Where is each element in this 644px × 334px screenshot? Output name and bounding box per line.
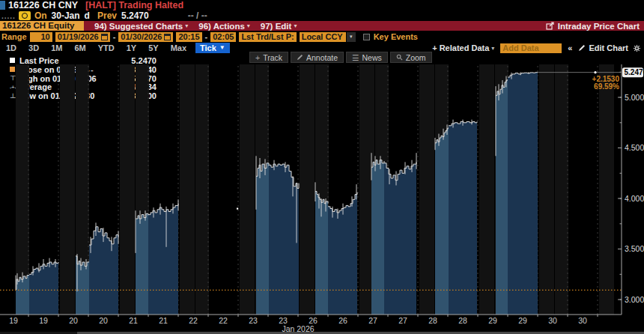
chevron-down-icon: ▾ bbox=[185, 22, 188, 29]
start-time-input[interactable]: 20:15 bbox=[176, 32, 201, 42]
end-date-input[interactable]: 01/30/2026 bbox=[118, 32, 173, 42]
news-button[interactable]: ☰ News bbox=[346, 52, 388, 63]
currency-dropdown-icon[interactable]: ▾ bbox=[347, 32, 356, 42]
chevron-down-icon: ▾ bbox=[491, 45, 494, 52]
svg-text:21: 21 bbox=[159, 316, 168, 325]
security-search-box[interactable]: 161226 CH Equity bbox=[0, 21, 84, 31]
tab-tick[interactable]: Tick▼ bbox=[195, 43, 230, 53]
svg-text:28: 28 bbox=[458, 316, 467, 325]
quote-subtitle-bar: ..... On 30-Jan d Prev 5.2470 -- / -- bbox=[0, 10, 644, 21]
tab-5y[interactable]: 5Y bbox=[142, 43, 164, 52]
currency-select[interactable]: Local CCY bbox=[300, 32, 346, 42]
range-label: Range bbox=[1, 32, 27, 41]
collapse-panel-button[interactable]: « bbox=[568, 43, 572, 52]
svg-text:4.0000: 4.0000 bbox=[625, 194, 644, 203]
svg-text:26: 26 bbox=[338, 316, 347, 325]
tab-3d[interactable]: 3D bbox=[22, 43, 45, 52]
svg-text:3.0000: 3.0000 bbox=[625, 295, 644, 304]
prev-value: 5.2470 bbox=[121, 10, 149, 21]
svg-text:5.0000: 5.0000 bbox=[625, 93, 644, 102]
key-events-checkbox[interactable] bbox=[363, 34, 370, 40]
export-icon[interactable] bbox=[546, 22, 554, 30]
start-date-input[interactable]: 01/19/2026 bbox=[55, 32, 110, 42]
security-flag-icon bbox=[0, 1, 5, 10]
tab-max[interactable]: Max bbox=[165, 43, 192, 52]
security-title-bar: 161226 CH CNY [HALT] Trading Halted bbox=[0, 0, 644, 10]
dots-indicator: ..... bbox=[1, 12, 16, 20]
security-ticker: 161226 CH CNY bbox=[8, 0, 78, 10]
last-trade-price-toggle[interactable]: Lst Trd/Lst P: bbox=[239, 32, 296, 42]
calendar-icon[interactable] bbox=[101, 34, 108, 40]
svg-text:69.59%: 69.59% bbox=[594, 82, 619, 91]
page-title: Intraday Price Chart bbox=[558, 22, 640, 31]
annotate-pencil-icon bbox=[297, 54, 303, 61]
chevron-down-icon: ▾ bbox=[294, 22, 297, 29]
pencil-icon bbox=[578, 44, 586, 52]
chart-tools-toolbar: + Track Annotate ☰ News Zoom bbox=[249, 52, 434, 63]
news-lines-icon: ☰ bbox=[352, 53, 359, 62]
svg-text:29: 29 bbox=[488, 316, 497, 325]
end-time-input[interactable]: 02:05 bbox=[210, 32, 236, 42]
menu-edit[interactable]: 97) Edit▾ bbox=[261, 22, 297, 31]
frequency: d bbox=[85, 10, 90, 21]
day-range-value: -- / -- bbox=[188, 10, 207, 21]
chevron-down-icon: ▼ bbox=[219, 43, 225, 53]
gear-icon[interactable] bbox=[633, 44, 641, 52]
zoom-button[interactable]: Zoom bbox=[390, 52, 432, 63]
series-swatch-icon bbox=[10, 58, 19, 63]
related-data-button[interactable]: + Related Data▾ bbox=[432, 43, 494, 52]
time-dash: - bbox=[205, 32, 208, 41]
svg-text:29: 29 bbox=[518, 316, 527, 325]
tab-1m[interactable]: 1M bbox=[45, 43, 68, 52]
chevron-down-icon: ▾ bbox=[247, 22, 250, 29]
svg-text:27: 27 bbox=[398, 316, 407, 325]
svg-text:3.5000: 3.5000 bbox=[625, 244, 644, 253]
svg-text:20: 20 bbox=[69, 316, 78, 325]
menu-actions[interactable]: 96) Actions▾ bbox=[198, 22, 250, 31]
svg-text:19: 19 bbox=[9, 316, 18, 325]
on-label: On bbox=[34, 10, 47, 21]
key-events-label: Key Events bbox=[374, 32, 418, 41]
prev-label: Prev bbox=[97, 10, 117, 21]
range-controls-bar: Range 10 01/19/2026 - 01/30/2026 20:15 -… bbox=[0, 31, 644, 43]
svg-text:20: 20 bbox=[99, 316, 108, 325]
svg-text:22: 22 bbox=[219, 316, 228, 325]
add-data-input[interactable] bbox=[500, 43, 562, 53]
svg-text:4.5000: 4.5000 bbox=[625, 143, 644, 152]
intraday-price-chart[interactable]: 5.00004.50004.00003.50003.00001919202021… bbox=[0, 64, 644, 334]
svg-text:30: 30 bbox=[548, 316, 557, 325]
svg-text:5.2470: 5.2470 bbox=[625, 68, 644, 76]
page-title-area: Intraday Price Chart bbox=[546, 22, 640, 31]
svg-text:30: 30 bbox=[578, 316, 587, 325]
calendar-icon[interactable] bbox=[164, 34, 171, 40]
tab-ytd[interactable]: YTD bbox=[92, 43, 121, 52]
svg-text:21: 21 bbox=[129, 316, 138, 325]
as-of-date: 30-Jan bbox=[52, 10, 80, 21]
annotate-button[interactable]: Annotate bbox=[291, 52, 344, 63]
svg-text:22: 22 bbox=[189, 316, 198, 325]
track-button[interactable]: + Track bbox=[249, 52, 288, 63]
tab-1d[interactable]: 1D bbox=[0, 43, 22, 52]
svg-text:19: 19 bbox=[39, 316, 48, 325]
range-periods-input[interactable]: 10 bbox=[30, 32, 52, 42]
svg-text:28: 28 bbox=[428, 316, 437, 325]
tab-6m[interactable]: 6M bbox=[68, 43, 91, 52]
alert-clock-icon[interactable] bbox=[19, 11, 31, 20]
crosshair-icon: + bbox=[255, 53, 260, 62]
function-menu-bar: 161226 CH Equity 94) Suggested Charts▾ 9… bbox=[0, 21, 644, 31]
halt-status: [HALT] Trading Halted bbox=[85, 0, 183, 10]
magnifier-icon bbox=[396, 54, 403, 61]
svg-text:23: 23 bbox=[249, 316, 258, 325]
bloomberg-terminal-window: 161226 CH CNY [HALT] Trading Halted ....… bbox=[0, 0, 644, 334]
range-dash: - bbox=[113, 32, 116, 41]
price-series-layer bbox=[16, 72, 538, 315]
svg-text:27: 27 bbox=[368, 316, 377, 325]
edit-chart-button[interactable]: Edit Chart bbox=[578, 43, 628, 52]
tab-1y[interactable]: 1Y bbox=[121, 43, 142, 52]
menu-suggested-charts[interactable]: 94) Suggested Charts▾ bbox=[94, 22, 188, 31]
